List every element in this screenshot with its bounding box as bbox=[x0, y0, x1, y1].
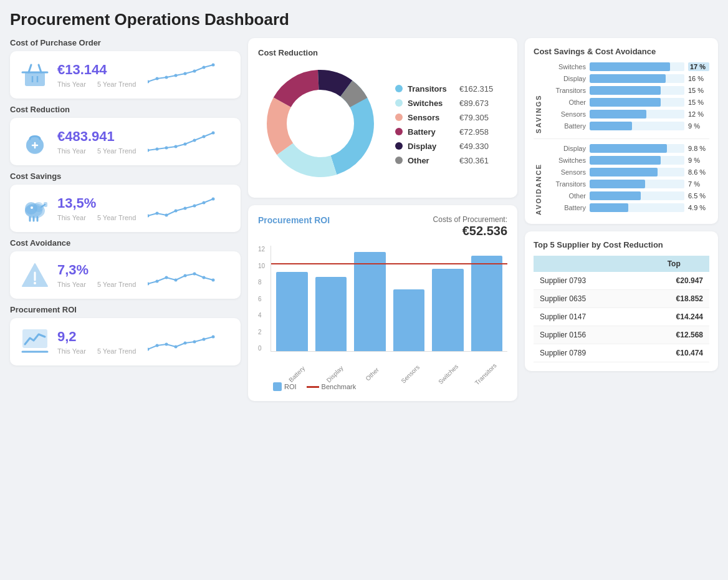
hbar-track bbox=[590, 122, 684, 130]
supplier-title: Top 5 Supplier by Cost Reduction bbox=[534, 240, 709, 249]
hbar-fill bbox=[590, 86, 661, 95]
y-axis-label: 12 bbox=[258, 246, 268, 253]
supplier-col-top: Top bbox=[638, 256, 709, 272]
y-axis-label: 4 bbox=[258, 312, 268, 319]
bar-element bbox=[393, 289, 425, 351]
kpi-trend-label-cost-avoidance: 5 Year Trend bbox=[97, 281, 136, 288]
svg-point-48 bbox=[175, 279, 178, 282]
kpi-trend-cost-savings bbox=[148, 193, 232, 223]
legend-value: €49.330 bbox=[459, 142, 489, 151]
hbar-row: Other6.5 % bbox=[547, 191, 709, 200]
avoidance-bars: Display9.8 %Switches9 %Sensors8.6 %Trans… bbox=[547, 144, 709, 215]
left-section-procurement-roi: Procurement ROI 9,2This Year5 Year Trend bbox=[10, 305, 241, 365]
kpi-amount-cost-avoidance: 7,3% bbox=[57, 262, 89, 278]
bar-element bbox=[471, 256, 503, 351]
legend-label: Transitors bbox=[408, 84, 454, 94]
left-section-cost-savings: Cost Savings 13,5%This Year5 Year Trend bbox=[10, 172, 241, 232]
hbar-pct: 12 % bbox=[688, 110, 709, 118]
svg-point-34 bbox=[148, 215, 150, 218]
kpi-trend-cost-avoidance bbox=[148, 260, 232, 290]
legend-label: Switches bbox=[408, 99, 454, 108]
dashboard-layout: Cost of Purchase Order €13.144This Year5… bbox=[10, 38, 718, 401]
roi-legend-box bbox=[273, 382, 282, 391]
svg-point-6 bbox=[156, 77, 159, 80]
svg-point-22 bbox=[193, 139, 196, 142]
kpi-icon-procurement-roi bbox=[19, 326, 51, 358]
svg-point-50 bbox=[193, 273, 196, 276]
divider bbox=[534, 138, 709, 139]
supplier-value: €20.947 bbox=[638, 272, 709, 290]
svg-point-21 bbox=[184, 143, 187, 146]
bar-chart-area: 024681012 BatteryDisplayOtherSensorsSwit… bbox=[258, 246, 507, 391]
avoidance-label: AVOIDANCE bbox=[534, 144, 544, 215]
left-section-cost-reduction: Cost Reduction €483.941This Year5 Year T… bbox=[10, 105, 241, 165]
kpi-trend-purchase-order bbox=[148, 60, 232, 90]
supplier-row: Supplier 0147 €14.244 bbox=[534, 308, 709, 326]
hbar-row: Display9.8 % bbox=[547, 144, 709, 153]
kpi-labels-cost-savings: This Year5 Year Trend bbox=[57, 214, 136, 221]
left-column: Cost of Purchase Order €13.144This Year5… bbox=[10, 38, 241, 401]
legend-value: €79.305 bbox=[459, 113, 489, 122]
legend-value: €72.958 bbox=[459, 127, 489, 137]
kpi-amount-cost-reduction: €483.941 bbox=[57, 128, 115, 145]
benchmark-legend-item: Benchmark bbox=[307, 382, 357, 391]
hbar-name: Switches bbox=[547, 157, 586, 164]
svg-point-41 bbox=[212, 198, 215, 201]
legend-value: €89.673 bbox=[459, 99, 489, 108]
hbar-pct: 7 % bbox=[688, 180, 709, 188]
hbar-fill bbox=[590, 98, 661, 107]
kpi-labels-cost-reduction: This Year5 Year Trend bbox=[57, 147, 136, 155]
hbar-fill bbox=[590, 74, 666, 83]
bar-group bbox=[393, 246, 425, 351]
svg-point-11 bbox=[203, 66, 206, 69]
svg-point-62 bbox=[212, 336, 215, 339]
kpi-card-cost-reduction: €483.941This Year5 Year Trend bbox=[10, 118, 241, 165]
supplier-table: Top Supplier 0793 €20.947 Supplier 0635 … bbox=[534, 256, 709, 362]
svg-point-37 bbox=[175, 210, 178, 213]
svg-point-36 bbox=[165, 214, 168, 217]
right-column: Cost Savings & Cost Avoidance SAVINGS Sw… bbox=[525, 38, 718, 401]
kpi-trend-label-purchase-order: 5 Year Trend bbox=[97, 80, 136, 88]
kpi-labels-cost-avoidance: This Year5 Year Trend bbox=[57, 281, 136, 288]
kpi-this-year-purchase-order: This Year bbox=[57, 80, 86, 88]
kpi-labels-purchase-order: This Year5 Year Trend bbox=[57, 80, 136, 88]
svg-point-60 bbox=[193, 341, 196, 344]
bar-element bbox=[354, 252, 386, 351]
supplier-row: Supplier 0156 €12.568 bbox=[534, 326, 709, 344]
kpi-values-cost-savings: 13,5%This Year5 Year Trend bbox=[57, 195, 141, 221]
roi-cost: Costs of Procurement: €52.536 bbox=[433, 215, 507, 238]
svg-point-35 bbox=[156, 212, 159, 215]
bar-element bbox=[276, 272, 308, 352]
hbar-pct: 4.9 % bbox=[688, 204, 709, 211]
legend-label: Sensors bbox=[408, 113, 454, 122]
y-axis-label: 6 bbox=[258, 296, 268, 302]
svg-point-7 bbox=[165, 76, 168, 79]
hbar-track bbox=[590, 156, 684, 165]
legend-dot bbox=[395, 142, 403, 150]
legend-dot bbox=[395, 128, 403, 135]
hbar-name: Sensors bbox=[547, 168, 586, 176]
svg-point-32 bbox=[31, 206, 33, 209]
hbar-name: Transitors bbox=[547, 87, 586, 94]
kpi-card-procurement-roi: 9,2This Year5 Year Trend bbox=[10, 318, 241, 365]
hbar-track bbox=[590, 180, 684, 188]
y-axis-label: 2 bbox=[258, 329, 268, 336]
kpi-values-cost-avoidance: 7,3%This Year5 Year Trend bbox=[57, 262, 141, 288]
cost-reduction-title: Cost Reduction bbox=[258, 48, 507, 57]
supplier-col-name bbox=[534, 256, 638, 272]
hbar-track bbox=[590, 74, 684, 83]
hbar-pct: 9.8 % bbox=[688, 145, 709, 152]
hbar-track bbox=[590, 62, 684, 71]
legend-label: Other bbox=[408, 156, 454, 165]
y-axis-label: 0 bbox=[258, 345, 268, 352]
legend-value: €162.315 bbox=[459, 84, 493, 94]
svg-point-38 bbox=[184, 207, 187, 210]
roi-cost-label: Costs of Procurement: bbox=[433, 215, 507, 224]
hbar-pct: 17 % bbox=[688, 62, 709, 71]
hbar-track bbox=[590, 98, 684, 107]
donut-legend: Transitors €162.315 Switches €89.673 Sen… bbox=[395, 84, 493, 165]
hbar-pct: 15 % bbox=[688, 87, 709, 94]
section-title-purchase-order: Cost of Purchase Order bbox=[10, 38, 241, 47]
kpi-this-year-cost-avoidance: This Year bbox=[57, 281, 86, 288]
legend-dot bbox=[395, 85, 403, 92]
